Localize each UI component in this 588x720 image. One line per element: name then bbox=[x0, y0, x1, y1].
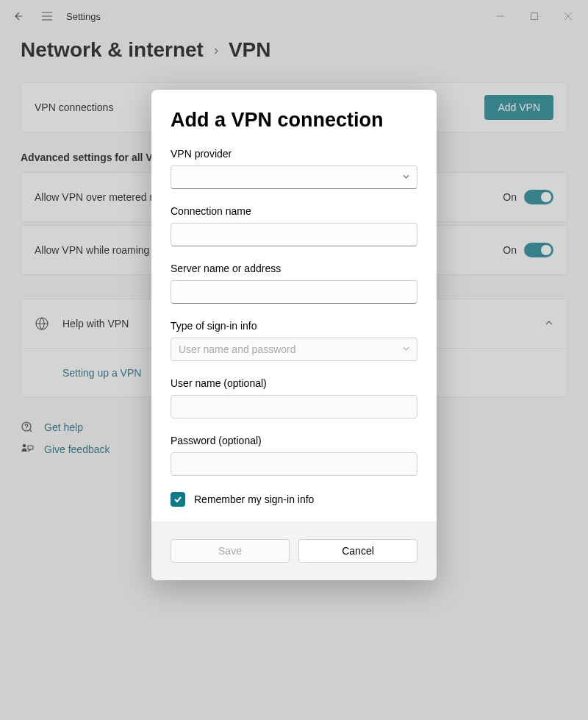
signin-type-label: Type of sign-in info bbox=[171, 320, 417, 332]
vpn-provider-label: VPN provider bbox=[171, 148, 417, 160]
connection-name-input[interactable] bbox=[171, 223, 417, 246]
save-button[interactable]: Save bbox=[171, 539, 290, 563]
cancel-button[interactable]: Cancel bbox=[298, 539, 417, 563]
signin-type-select[interactable] bbox=[171, 338, 417, 361]
connection-name-label: Connection name bbox=[171, 205, 417, 217]
password-label: Password (optional) bbox=[171, 435, 417, 446]
add-vpn-dialog: Add a VPN connection VPN provider Connec… bbox=[151, 90, 437, 580]
server-name-input[interactable] bbox=[171, 280, 417, 304]
password-input[interactable] bbox=[171, 452, 417, 476]
dialog-title: Add a VPN connection bbox=[171, 109, 417, 132]
server-name-label: Server name or address bbox=[171, 263, 417, 274]
remember-label: Remember my sign-in info bbox=[194, 493, 314, 505]
remember-checkbox[interactable] bbox=[171, 492, 185, 507]
dialog-overlay: Add a VPN connection VPN provider Connec… bbox=[0, 0, 588, 720]
username-input[interactable] bbox=[171, 395, 417, 418]
checkmark-icon bbox=[173, 495, 182, 504]
vpn-provider-select[interactable] bbox=[171, 165, 417, 189]
username-label: User name (optional) bbox=[171, 377, 417, 389]
